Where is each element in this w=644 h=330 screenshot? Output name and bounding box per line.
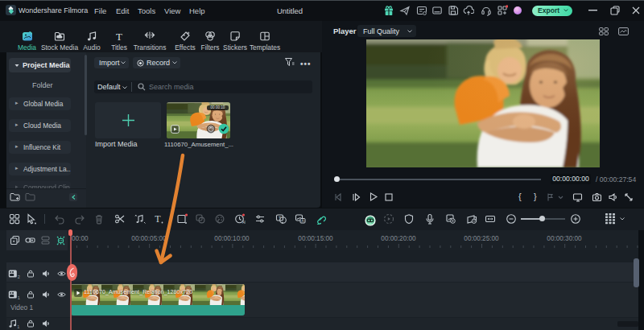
svg-text:00:00:25:00: 00:00:25:00 (464, 235, 499, 242)
svg-text:A: A (302, 219, 304, 223)
svg-text:2: 2 (18, 274, 20, 279)
svg-text:00:00:20:00: 00:00:20:00 (381, 235, 416, 242)
svg-text:00:00: 00:00 (72, 235, 89, 242)
svg-text:00:00:10:00: 00:00:10:00 (214, 235, 250, 242)
svg-text:00:00:30:00: 00:00:30:00 (547, 235, 582, 242)
svg-text:1: 1 (18, 295, 20, 300)
svg-text:AI: AI (242, 221, 246, 225)
svg-text:00:00:15:00: 00:00:15:00 (298, 235, 333, 242)
svg-text:1: 1 (17, 324, 19, 329)
